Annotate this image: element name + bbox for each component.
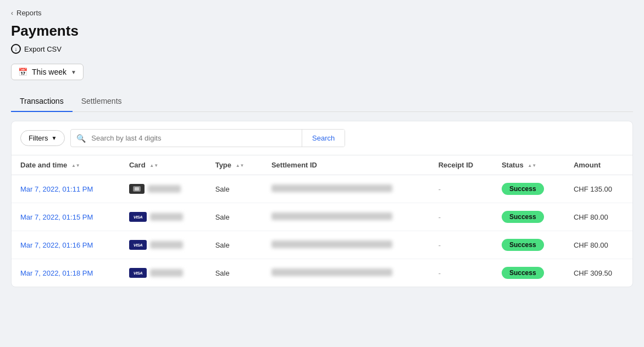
transaction-date-link[interactable]: Mar 7, 2022, 01:15 PM [20, 213, 93, 221]
card-digits [150, 213, 183, 221]
transaction-type: Sale [207, 259, 263, 287]
card-digits [150, 269, 183, 277]
transaction-date-link[interactable]: Mar 7, 2022, 01:11 PM [20, 185, 93, 193]
transactions-table: Date and time ▲▼ Card ▲▼ Type ▲▼ Settlem… [12, 155, 632, 287]
page-container: ‹ Reports Payments ↓ Export CSV 📅 This w… [0, 0, 644, 347]
search-input[interactable] [91, 130, 302, 147]
amount-cell: CHF 135.00 [565, 175, 632, 203]
status-badge: Success [502, 211, 544, 223]
col-settlement-id: Settlement ID [263, 155, 430, 175]
export-csv-label: Export CSV [24, 45, 62, 53]
col-datetime: Date and time ▲▼ [12, 155, 120, 175]
card-digits [150, 241, 183, 249]
date-filter-button[interactable]: 📅 This week ▼ [11, 64, 84, 80]
sort-icon: ▲▼ [149, 164, 158, 168]
export-icon: ↓ [11, 44, 21, 54]
settlement-id [271, 212, 392, 220]
visa-card-icon: VISA [129, 212, 147, 222]
col-type: Type ▲▼ [207, 155, 263, 175]
receipt-id: - [430, 231, 493, 259]
amount-cell: CHF 80.00 [565, 231, 632, 259]
sort-icon: ▲▼ [71, 164, 80, 168]
status-badge: Success [502, 239, 544, 251]
search-bar: 🔍 Search [70, 129, 345, 147]
col-receipt-id: Receipt ID [430, 155, 493, 175]
back-arrow-icon: ‹ [11, 9, 13, 17]
status-badge: Success [502, 267, 544, 279]
settlement-id [271, 240, 392, 248]
table-row: Mar 7, 2022, 01:11 PM Sale-SuccessCHF 13… [12, 175, 632, 203]
chevron-down-icon: ▼ [71, 69, 76, 75]
table-row: Mar 7, 2022, 01:16 PMVISA Sale-SuccessCH… [12, 231, 632, 259]
table-row: Mar 7, 2022, 01:18 PMVISA Sale-SuccessCH… [12, 259, 632, 287]
card-cell: VISA [129, 268, 198, 278]
sort-icon: ▲▼ [528, 164, 536, 168]
svg-rect-1 [135, 187, 139, 191]
filters-button[interactable]: Filters ▼ [20, 130, 65, 146]
transaction-type: Sale [207, 231, 263, 259]
col-status: Status ▲▼ [493, 155, 565, 175]
visa-card-icon: VISA [129, 240, 147, 250]
transaction-type: Sale [207, 203, 263, 231]
card-cell [129, 184, 198, 194]
status-badge: Success [502, 183, 544, 195]
receipt-id: - [430, 175, 493, 203]
transaction-date-link[interactable]: Mar 7, 2022, 01:16 PM [20, 241, 93, 249]
page-title: Payments [11, 23, 633, 40]
breadcrumb-label: Reports [16, 9, 42, 17]
filters-chevron-icon: ▼ [51, 135, 57, 141]
receipt-id: - [430, 259, 493, 287]
sort-icon: ▲▼ [236, 164, 245, 168]
tabs-bar: Transactions Settlements [11, 91, 633, 112]
search-button[interactable]: Search [302, 130, 345, 147]
export-csv-button[interactable]: ↓ Export CSV [11, 44, 633, 54]
visa-card-icon: VISA [129, 268, 147, 278]
table-header-row: Date and time ▲▼ Card ▲▼ Type ▲▼ Settlem… [12, 155, 632, 175]
amount-cell: CHF 309.50 [565, 259, 632, 287]
date-filter-label: This week [32, 68, 66, 76]
toolbar: Filters ▼ 🔍 Search [12, 121, 632, 155]
search-icon: 🔍 [71, 134, 91, 143]
tab-transactions[interactable]: Transactions [11, 91, 73, 112]
amount-cell: CHF 80.00 [565, 203, 632, 231]
table-row: Mar 7, 2022, 01:15 PMVISA Sale-SuccessCH… [12, 203, 632, 231]
transaction-type: Sale [207, 175, 263, 203]
col-card: Card ▲▼ [120, 155, 207, 175]
filters-label: Filters [29, 134, 48, 142]
tab-settlements[interactable]: Settlements [73, 91, 131, 112]
content-card: Filters ▼ 🔍 Search Date and time ▲▼ Card [11, 121, 633, 287]
settlement-id [271, 268, 392, 276]
col-amount: Amount [565, 155, 632, 175]
settlement-id [271, 184, 392, 192]
breadcrumb[interactable]: ‹ Reports [11, 9, 633, 17]
receipt-id: - [430, 203, 493, 231]
card-cell: VISA [129, 212, 198, 222]
card-digits [148, 185, 181, 193]
card-cell: VISA [129, 240, 198, 250]
transaction-date-link[interactable]: Mar 7, 2022, 01:18 PM [20, 269, 93, 277]
chip-card-icon [129, 184, 145, 194]
calendar-icon: 📅 [18, 68, 27, 76]
